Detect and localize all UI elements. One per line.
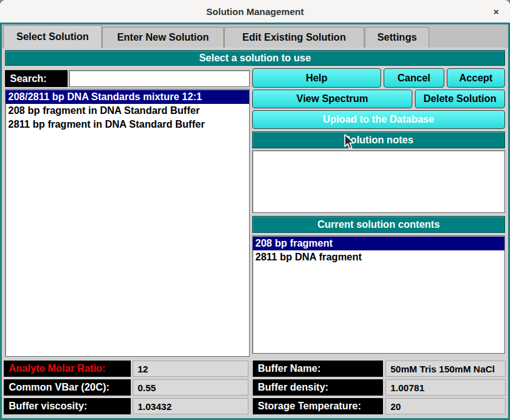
upload-to-database-button[interactable]: Upload to the Database — [252, 110, 505, 129]
tab-settings[interactable]: Settings — [365, 27, 429, 48]
analyte-molar-ratio-label: Analyte Molar Ratio: — [4, 361, 131, 377]
solution-list-item[interactable]: 208 bp fragment in DNA Standard Buffer — [6, 104, 249, 118]
solution-list-item[interactable]: 208/2811 bp DNA Standards mixture 12:1 — [6, 90, 249, 104]
buffer-density-value: 1.00781 — [385, 379, 506, 396]
buffer-name-value: 50mM Tris 150mM NaCl — [385, 361, 506, 377]
window-title: Solution Management — [207, 6, 304, 17]
tab-bar: Select Solution Enter New Solution Edit … — [2, 24, 508, 48]
delete-solution-button[interactable]: Delete Solution — [415, 90, 505, 108]
storage-temperature-value: 20 — [385, 398, 506, 414]
buffer-density-label: Buffer density: — [253, 379, 383, 396]
buffer-name-label: Buffer Name: — [253, 361, 383, 377]
current-contents-banner: Current solution contents — [252, 216, 505, 233]
help-button[interactable]: Help — [252, 68, 381, 88]
search-input[interactable] — [69, 70, 250, 87]
contents-listbox: 208 bp fragment 2811 bp DNA fragment — [252, 235, 505, 354]
tab-enter-new-solution[interactable]: Enter New Solution — [102, 27, 224, 48]
contents-list-item[interactable]: 208 bp fragment — [253, 237, 504, 250]
search-label: Search: — [5, 70, 68, 87]
common-vbar-value: 0.55 — [133, 379, 248, 396]
buffer-viscosity-value: 1.03432 — [133, 398, 248, 414]
common-vbar-label: Common VBar (20C): — [4, 379, 131, 396]
solution-list-item[interactable]: 2811 bp fragment in DNA Standard Buffer — [6, 118, 249, 131]
tab-select-solution[interactable]: Select Solution — [3, 25, 102, 48]
solution-notes-banner: Solution notes — [252, 131, 505, 148]
select-solution-banner: Select a solution to use — [5, 50, 505, 66]
close-icon[interactable]: × — [489, 4, 504, 18]
accept-button[interactable]: Accept — [447, 68, 505, 88]
solution-listbox: 208/2811 bp DNA Standards mixture 12:1 2… — [5, 89, 250, 357]
solution-notes-textarea[interactable] — [252, 150, 505, 213]
analyte-molar-ratio-value: 12 — [133, 361, 248, 377]
cancel-button[interactable]: Cancel — [384, 68, 444, 88]
storage-temperature-label: Storage Temperature: — [253, 398, 383, 414]
view-spectrum-button[interactable]: View Spectrum — [252, 90, 412, 108]
contents-list-item[interactable]: 2811 bp DNA fragment — [253, 250, 504, 264]
solution-management-window: Solution Management × Select Solution En… — [0, 0, 510, 420]
title-bar: Solution Management × — [0, 0, 510, 23]
buffer-viscosity-label: Buffer viscosity: — [4, 398, 131, 414]
tab-edit-existing-solution[interactable]: Edit Existing Solution — [224, 27, 364, 48]
